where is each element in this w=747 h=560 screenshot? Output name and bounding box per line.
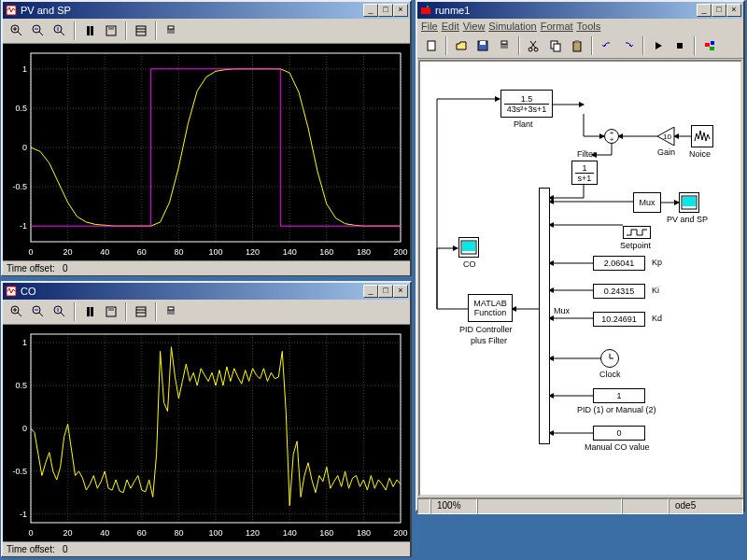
block-mux-small[interactable]: Mux (633, 192, 661, 213)
cut-icon[interactable] (524, 35, 544, 56)
svg-rect-66 (91, 307, 93, 316)
status-solver: ode5 (669, 498, 743, 514)
stop-icon[interactable] (669, 35, 690, 56)
svg-text:-1: -1 (20, 510, 27, 519)
zoom-x-icon[interactable] (28, 301, 49, 322)
menubar: File Edit View Simulation Format Tools (417, 19, 743, 34)
scope-plot-co[interactable]: 020406080100120140160180200-1-0.500.51 (3, 325, 410, 541)
minimize-button[interactable]: _ (363, 285, 378, 298)
zoom-y-icon[interactable] (49, 301, 70, 322)
gain-label: Gain (657, 147, 675, 157)
menu-simulation[interactable]: Simulation (488, 21, 536, 32)
autoscale-icon[interactable] (79, 21, 100, 41)
undo-icon[interactable] (597, 35, 617, 56)
clock-label: Clock (599, 370, 621, 379)
svg-text:60: 60 (137, 247, 147, 257)
zoom-y-icon[interactable] (49, 21, 70, 41)
close-button[interactable]: × (393, 285, 408, 298)
block-setpoint[interactable] (623, 226, 651, 239)
print-icon[interactable] (161, 21, 181, 41)
maximize-button[interactable]: □ (712, 4, 726, 17)
block-mux[interactable] (539, 188, 550, 444)
svg-text:200: 200 (393, 528, 407, 538)
scope-status: Time offset: 0 (3, 260, 410, 275)
filter-label: Filter (577, 149, 596, 159)
maximize-button[interactable]: □ (378, 4, 393, 17)
titlebar-co[interactable]: CO _ □ × (3, 283, 410, 300)
maximize-button[interactable]: □ (378, 285, 393, 298)
save-axes-icon[interactable] (101, 21, 121, 41)
block-noise[interactable] (691, 125, 713, 147)
block-kp[interactable]: 2.06041 (593, 256, 645, 271)
filter-den: s+1 (578, 174, 592, 183)
titlebar-model[interactable]: runme1 _ □ × (417, 2, 743, 19)
kd-value: 10.24691 (601, 315, 637, 324)
svg-line-63 (61, 313, 64, 316)
save-icon[interactable] (472, 35, 493, 56)
copy-icon[interactable] (545, 35, 566, 56)
close-button[interactable]: × (393, 4, 408, 17)
svg-text:0.5: 0.5 (15, 381, 27, 390)
scope-plot-pv-sp[interactable]: 020406080100120140160180200-1-0.500.51 (3, 44, 410, 260)
menu-edit[interactable]: Edit (442, 21, 459, 32)
mux-label: Mux (554, 306, 570, 315)
menu-format[interactable]: Format (541, 21, 573, 32)
svg-line-60 (39, 313, 43, 316)
zoom-x-icon[interactable] (28, 21, 49, 41)
autoscale-icon[interactable] (79, 301, 100, 322)
svg-rect-65 (87, 307, 90, 316)
svg-rect-68 (108, 307, 114, 311)
svg-text:140: 140 (283, 247, 297, 257)
properties-icon[interactable] (131, 301, 151, 322)
block-plant[interactable]: 1.5 43s²+3s+1 (500, 90, 553, 118)
redo-icon[interactable] (618, 35, 639, 56)
block-manual-co[interactable]: 0 (593, 426, 645, 441)
minimize-button[interactable]: _ (697, 4, 712, 17)
manual-co-label: Manual CO value (585, 442, 650, 452)
svg-text:0: 0 (28, 247, 33, 257)
block-matlab-fcn[interactable]: MATLAB Function (468, 294, 513, 322)
block-gain[interactable]: 10 (657, 127, 676, 147)
close-button[interactable]: × (726, 4, 741, 17)
open-icon[interactable] (451, 35, 472, 56)
model-canvas[interactable]: 1.5 43s²+3s+1 Plant ++ 10 Gain Noice Fil… (418, 60, 742, 497)
svg-rect-121 (575, 40, 579, 43)
zoom-in-icon[interactable] (7, 21, 27, 41)
svg-text:100: 100 (208, 528, 222, 538)
block-kd[interactable]: 10.24691 (593, 312, 645, 327)
svg-line-2 (18, 32, 21, 35)
menu-view[interactable]: View (463, 21, 486, 32)
block-pid-manual[interactable]: 1 (593, 388, 645, 403)
menu-file[interactable]: File (421, 21, 438, 32)
properties-icon[interactable] (131, 21, 151, 41)
print-icon[interactable] (161, 301, 181, 322)
svg-rect-115 (501, 41, 507, 44)
ki-value: 0.24315 (604, 287, 635, 296)
block-sum[interactable]: ++ (604, 129, 619, 144)
block-ki[interactable]: 0.24315 (593, 284, 645, 299)
svg-line-56 (18, 313, 21, 316)
block-scope-pvsp[interactable] (679, 192, 699, 213)
minimize-button[interactable]: _ (363, 4, 378, 17)
svg-rect-125 (711, 41, 714, 45)
svg-text:180: 180 (357, 247, 371, 257)
svg-text:1: 1 (22, 64, 27, 74)
library-icon[interactable] (699, 35, 720, 56)
play-icon[interactable] (648, 35, 669, 56)
paste-icon[interactable] (567, 35, 587, 56)
save-axes-icon[interactable] (101, 301, 121, 322)
zoom-in-icon[interactable] (7, 301, 27, 322)
pvsp-label: PV and SP (667, 215, 708, 224)
svg-rect-111 (428, 41, 435, 50)
print-icon[interactable] (494, 35, 514, 56)
time-offset-label: Time offset: (7, 544, 55, 554)
block-clock[interactable] (600, 349, 619, 368)
block-scope-co[interactable] (458, 237, 479, 258)
block-filter[interactable]: 1 s+1 (571, 161, 598, 185)
svg-rect-19 (168, 26, 174, 29)
menu-tools[interactable]: Tools (577, 21, 601, 32)
titlebar-pv-sp[interactable]: PV and SP _ □ × (3, 2, 410, 19)
new-icon[interactable] (421, 35, 442, 56)
mlfcn-line2: Function (474, 308, 507, 317)
svg-rect-123 (677, 43, 683, 49)
